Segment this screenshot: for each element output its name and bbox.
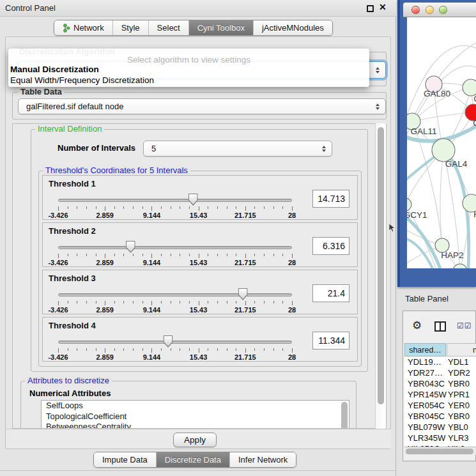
slider-tick — [264, 206, 265, 209]
network-edge[interactable] — [434, 43, 476, 84]
bottom-tab-discretize-data[interactable]: Discretize Data — [156, 452, 229, 467]
slider-tick — [114, 301, 115, 303]
threshold-slider-3[interactable]: -3.4262.8599.14415.4321.71528 — [58, 270, 292, 315]
zoom-traffic-light-icon[interactable] — [439, 6, 447, 14]
slider-tick-label: 28 — [288, 306, 296, 314]
slider-tick — [189, 301, 190, 303]
main-scrollbar-thumb[interactable] — [378, 127, 384, 404]
numerical-attributes-list[interactable]: SelfLoopsTopologicalCoefficientBetweenne… — [41, 400, 349, 429]
slider-tick-label: -3.426 — [48, 353, 68, 361]
network-edge[interactable] — [440, 150, 443, 245]
table-row[interactable]: YDR27…YDR2 — [404, 367, 476, 378]
tab-cyni-toolbox[interactable]: Cyni Toolbox — [188, 20, 253, 35]
network-node-gal4[interactable] — [432, 139, 455, 162]
slider-tick — [292, 254, 293, 258]
close-traffic-light-icon[interactable] — [411, 6, 420, 14]
network-node-gcy1[interactable] — [407, 198, 411, 211]
network-canvas[interactable]: GAL80GACGAL11GAL4GCY1HHAP2 — [407, 17, 476, 268]
close-icon[interactable]: ✕ — [379, 2, 387, 12]
network-view-window[interactable]: GAL80GACGAL11GAL4GCY1HHAP2 — [397, 0, 476, 287]
cell-name: YLR3 — [448, 433, 469, 443]
column-header-shared-name[interactable]: shared… — [404, 343, 446, 357]
slider-tick — [105, 254, 105, 258]
slider-thumb[interactable] — [126, 241, 135, 253]
minimize-traffic-light-icon[interactable] — [426, 6, 434, 14]
threshold-value-field[interactable]: 21.4 — [312, 284, 349, 302]
table-row[interactable]: YBR045CYBR0 — [404, 411, 476, 422]
slider-thumb[interactable] — [164, 335, 173, 348]
top-tab-bar: NetworkStyleSelectCyni ToolboxjActiveMNo… — [54, 20, 333, 36]
tab-style[interactable]: Style — [112, 20, 148, 35]
tab-style-label: Style — [121, 23, 140, 33]
slider-tick-label: 2.859 — [96, 353, 114, 361]
slider-tick — [77, 254, 77, 256]
slider-tick — [96, 348, 96, 351]
checkbox-icons[interactable]: ☑☑ — [457, 321, 472, 330]
threshold-slider-4[interactable]: -3.4262.8599.14415.4321.71528 — [58, 318, 292, 362]
network-window-titlebar[interactable] — [403, 3, 476, 17]
slider-tick — [282, 206, 283, 209]
slider-tick — [161, 254, 162, 256]
slider-tick-label: 28 — [288, 211, 296, 219]
table-row[interactable]: YBR043CYBR0 — [404, 378, 476, 389]
slider-tick-label: 15.43 — [190, 353, 208, 361]
attribute-item-topologicalcoefficient[interactable]: TopologicalCoefficient — [42, 411, 349, 422]
slider-tick — [114, 206, 115, 209]
threshold-slider-1[interactable]: -3.4262.8599.14415.4321.71528 — [58, 176, 292, 220]
slider-tick-label: 2.859 — [96, 259, 114, 266]
column-header-name[interactable]: na — [447, 343, 476, 357]
main-scrollbar[interactable] — [375, 123, 386, 429]
slider-tick — [151, 254, 152, 258]
slider-thumb[interactable] — [238, 288, 248, 300]
cell-name: YDL1 — [448, 357, 469, 367]
popup-item-equal-width-frequency[interactable]: Equal Width/Frequency Discretization — [10, 75, 154, 85]
table-horizontal-scrollbar[interactable] — [404, 447, 476, 455]
table-row[interactable]: YDL19…YDL1 — [404, 357, 476, 367]
slider-tick — [105, 301, 105, 305]
slider-tick — [208, 206, 208, 209]
table-hscrollbar-thumb[interactable] — [406, 449, 473, 454]
tab-network[interactable]: Network — [54, 20, 112, 35]
slider-tick — [236, 254, 236, 256]
bottom-tab-infer-network[interactable]: Infer Network — [229, 452, 296, 467]
slider-tick — [245, 206, 246, 211]
table-row[interactable]: YLR345WYLR3 — [404, 433, 476, 443]
table-row[interactable]: YBL079WYBL0 — [404, 422, 476, 433]
number-of-intervals-combobox[interactable]: 5 — [143, 141, 332, 157]
numerical-attributes-heading: Numerical Attributes — [29, 388, 111, 398]
slider-thumb[interactable] — [188, 194, 198, 206]
slider-track — [58, 341, 292, 344]
slider-tick-label: 15.43 — [190, 259, 208, 266]
apply-button[interactable]: Apply — [173, 433, 217, 447]
threshold-value-field[interactable]: 6.316 — [312, 237, 349, 255]
attribute-item-betweennesscentrality[interactable]: BetweennessCentrality — [42, 422, 349, 429]
tab-cyni-toolbox-label: Cyni Toolbox — [197, 23, 245, 33]
tab-select[interactable]: Select — [148, 20, 188, 35]
popup-item-manual-discretization[interactable]: Manual Discretization — [10, 65, 99, 74]
slider-tick — [254, 348, 255, 351]
slider-tick — [123, 301, 124, 303]
slider-tick — [151, 348, 152, 353]
attributes-list-scrollbar[interactable] — [341, 402, 348, 429]
tab-jactivemnodules[interactable]: jActiveMNodules — [253, 20, 332, 35]
table-rows[interactable]: YDL19…YDL1YDR27…YDR2YBR043CYBR0YPR145WYP… — [404, 357, 476, 447]
threshold-panel-2: Threshold 2-3.4262.8599.14415.4321.71528… — [42, 222, 358, 267]
table-data-combobox[interactable]: galFiltered.sif default node — [18, 98, 386, 114]
slider-tick — [123, 348, 124, 351]
column-layout-icon[interactable] — [434, 321, 446, 332]
threshold-slider-2[interactable]: -3.4262.8599.14415.4321.71528 — [58, 223, 292, 268]
threshold-value-field[interactable]: 14.713 — [312, 190, 349, 208]
mouse-cursor — [389, 224, 396, 233]
network-node-label: GAL80 — [424, 89, 450, 98]
slider-tick — [68, 206, 68, 209]
bottom-tab-infer-network-label: Infer Network — [238, 455, 288, 464]
network-graph[interactable]: GAL80GACGAL11GAL4GCY1HHAP2 — [407, 17, 476, 268]
table-row[interactable]: YER054CYER0 — [404, 400, 476, 411]
threshold-value-field[interactable]: 11.344 — [312, 332, 349, 349]
slider-tick — [217, 348, 218, 351]
float-window-icon[interactable] — [367, 5, 374, 12]
gear-icon[interactable]: ⚙ — [412, 319, 422, 332]
table-row[interactable]: YPR145WYPR1 — [404, 389, 476, 400]
bottom-tab-impute-data[interactable]: Impute Data — [94, 452, 156, 467]
attribute-item-selfloops[interactable]: SelfLoops — [42, 401, 349, 411]
